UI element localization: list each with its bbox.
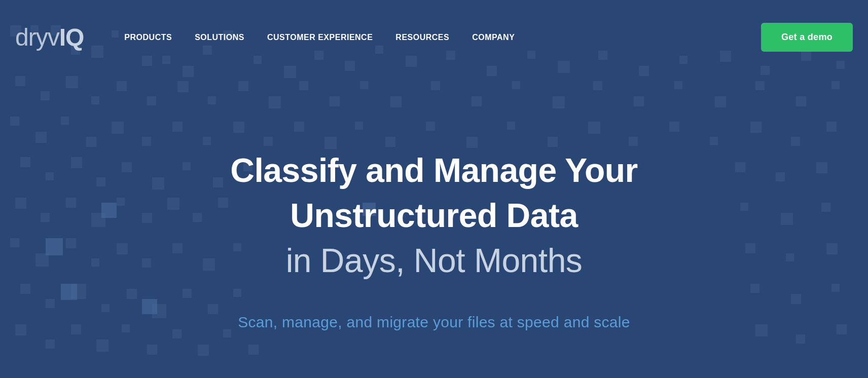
svg-rect-41 xyxy=(360,81,368,89)
hero-heading-line2: Unstructured Data xyxy=(290,197,577,234)
svg-rect-73 xyxy=(629,137,638,146)
svg-rect-71 xyxy=(548,137,558,147)
logo[interactable]: dryvIQ xyxy=(15,23,84,51)
svg-rect-58 xyxy=(112,122,124,134)
svg-rect-43 xyxy=(431,81,440,90)
svg-rect-26 xyxy=(761,66,770,75)
hero-heading-line3: in Days, Not Months xyxy=(286,242,583,279)
svg-rect-57 xyxy=(86,137,96,147)
site-header: dryvIQ PRODUCTS SOLUTIONS CUSTOMER EXPER… xyxy=(0,0,868,52)
svg-rect-25 xyxy=(720,51,731,62)
svg-rect-38 xyxy=(269,96,281,108)
svg-rect-70 xyxy=(507,122,515,130)
svg-rect-62 xyxy=(233,122,244,133)
svg-rect-64 xyxy=(294,122,304,132)
svg-rect-116 xyxy=(46,339,55,349)
svg-rect-54 xyxy=(10,117,19,126)
svg-rect-74 xyxy=(669,122,679,132)
svg-rect-53 xyxy=(831,81,840,89)
svg-rect-55 xyxy=(35,132,47,143)
svg-rect-120 xyxy=(147,345,157,355)
svg-rect-66 xyxy=(355,122,363,130)
svg-rect-60 xyxy=(172,122,183,132)
svg-rect-32 xyxy=(91,96,99,104)
svg-rect-52 xyxy=(796,96,806,106)
svg-rect-21 xyxy=(558,61,570,73)
get-demo-button[interactable]: Get a demo xyxy=(761,23,853,52)
hero-heading-line1: Classify and Manage Your xyxy=(230,152,637,189)
svg-rect-17 xyxy=(406,56,417,67)
hero-section: Classify and Manage Your Unstructured Da… xyxy=(0,148,868,331)
svg-rect-78 xyxy=(826,122,837,132)
svg-rect-28 xyxy=(837,61,845,69)
svg-rect-65 xyxy=(324,137,337,149)
svg-rect-77 xyxy=(791,137,800,146)
svg-rect-46 xyxy=(553,96,565,108)
svg-rect-59 xyxy=(142,137,151,146)
svg-rect-47 xyxy=(593,81,602,90)
svg-rect-19 xyxy=(487,66,497,76)
svg-rect-24 xyxy=(679,56,688,64)
svg-rect-42 xyxy=(390,96,402,107)
svg-rect-36 xyxy=(208,96,216,104)
svg-rect-22 xyxy=(598,51,607,60)
svg-rect-122 xyxy=(198,345,209,356)
svg-rect-18 xyxy=(446,51,455,60)
svg-rect-124 xyxy=(248,345,259,355)
svg-rect-23 xyxy=(639,66,649,76)
svg-rect-29 xyxy=(15,76,25,86)
svg-rect-39 xyxy=(299,81,308,90)
svg-rect-44 xyxy=(472,96,482,106)
svg-rect-7 xyxy=(142,56,152,66)
svg-rect-35 xyxy=(177,81,189,92)
svg-rect-49 xyxy=(674,81,682,89)
nav-company[interactable]: COMPANY xyxy=(472,33,515,42)
svg-rect-63 xyxy=(264,137,273,146)
svg-rect-33 xyxy=(117,81,127,91)
svg-rect-9 xyxy=(183,66,194,77)
logo-text-part1: dryv xyxy=(15,23,59,51)
svg-rect-8 xyxy=(162,56,170,64)
nav-resources[interactable]: RESOURCES xyxy=(395,33,449,42)
svg-rect-12 xyxy=(254,56,262,64)
svg-rect-20 xyxy=(527,51,535,59)
svg-rect-40 xyxy=(330,96,340,106)
svg-rect-45 xyxy=(512,81,520,89)
svg-rect-14 xyxy=(314,51,323,60)
svg-rect-75 xyxy=(710,137,718,145)
svg-rect-37 xyxy=(238,81,248,91)
svg-rect-31 xyxy=(66,76,78,88)
svg-rect-50 xyxy=(715,96,726,107)
svg-rect-27 xyxy=(801,51,811,61)
svg-rect-69 xyxy=(466,137,478,148)
svg-rect-61 xyxy=(203,137,211,145)
nav-products[interactable]: PRODUCTS xyxy=(124,33,172,42)
svg-rect-15 xyxy=(345,61,355,71)
svg-rect-48 xyxy=(634,96,644,106)
svg-rect-68 xyxy=(426,122,435,131)
svg-rect-51 xyxy=(755,81,765,90)
main-navigation: PRODUCTS SOLUTIONS CUSTOMER EXPERIENCE R… xyxy=(124,33,736,42)
svg-rect-72 xyxy=(588,122,600,134)
svg-rect-30 xyxy=(41,91,50,100)
svg-rect-118 xyxy=(96,339,108,352)
logo-text-part2: IQ xyxy=(59,23,84,51)
nav-solutions[interactable]: SOLUTIONS xyxy=(195,33,244,42)
svg-rect-67 xyxy=(385,137,395,147)
svg-rect-138 xyxy=(796,334,805,344)
svg-rect-34 xyxy=(147,96,156,105)
svg-rect-56 xyxy=(61,117,69,125)
nav-customer-experience[interactable]: CUSTOMER EXPERIENCE xyxy=(267,33,373,42)
hero-subheading: Scan, manage, and migrate your files at … xyxy=(20,314,848,331)
svg-rect-76 xyxy=(750,122,762,133)
svg-rect-13 xyxy=(284,66,296,78)
hero-heading: Classify and Manage Your Unstructured Da… xyxy=(20,148,848,283)
